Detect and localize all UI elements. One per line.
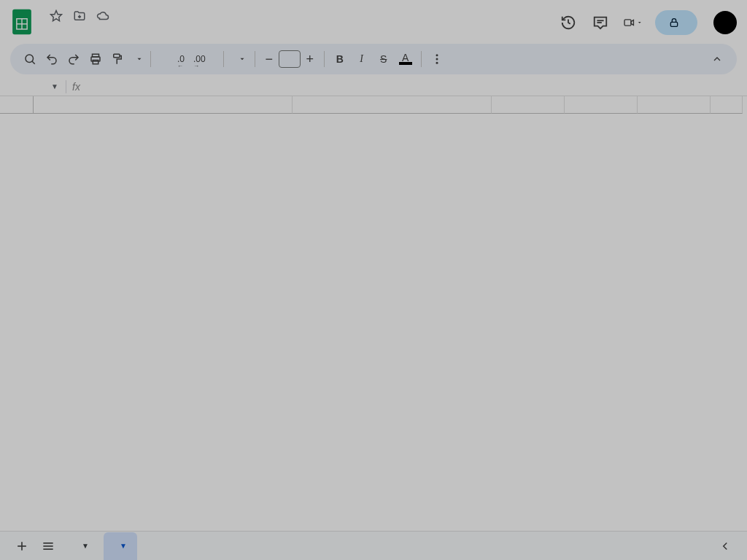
- collapse-toolbar-icon[interactable]: [706, 48, 728, 70]
- explore-button[interactable]: [712, 533, 738, 559]
- menu-file[interactable]: [41, 28, 51, 34]
- separator: [223, 51, 224, 67]
- font-size-input[interactable]: [279, 50, 301, 68]
- more-formats-button[interactable]: [210, 48, 219, 70]
- column-header[interactable]: [34, 96, 293, 114]
- font-size-decrease[interactable]: −: [260, 50, 279, 69]
- menu-format[interactable]: [99, 28, 109, 34]
- comment-icon[interactable]: [591, 13, 610, 32]
- svg-point-11: [26, 55, 34, 63]
- separator: [255, 51, 255, 67]
- svg-point-21: [436, 62, 438, 64]
- account-avatar[interactable]: [713, 11, 737, 34]
- column-header[interactable]: [293, 96, 492, 114]
- chevron-down-icon: ▼: [51, 82, 63, 90]
- select-all-corner[interactable]: [0, 96, 34, 114]
- column-header[interactable]: [711, 96, 743, 114]
- percent-button[interactable]: [164, 48, 173, 70]
- separator: [66, 80, 66, 93]
- menu-ext[interactable]: [143, 28, 153, 34]
- sheet-tab-active[interactable]: ▼: [104, 532, 137, 560]
- more-toolbar-icon[interactable]: [426, 48, 448, 70]
- menu-data[interactable]: [114, 28, 124, 34]
- name-box[interactable]: ▼: [6, 82, 63, 90]
- search-menus-icon[interactable]: [19, 48, 41, 70]
- meet-icon[interactable]: [623, 13, 642, 32]
- add-sheet-button[interactable]: [9, 533, 35, 559]
- font-size-increase[interactable]: +: [301, 50, 320, 69]
- separator: [421, 51, 422, 67]
- sheet-tab-inactive[interactable]: ▼: [66, 532, 99, 560]
- paint-format-icon[interactable]: [107, 48, 128, 70]
- decrease-decimal-button[interactable]: .0←: [173, 48, 189, 70]
- all-sheets-button[interactable]: [35, 533, 61, 559]
- toolbar: .0← .00→ − + B I S A: [10, 44, 737, 74]
- redo-icon[interactable]: [63, 48, 85, 70]
- chevron-down-icon: [239, 55, 246, 63]
- chevron-down-icon: ▼: [120, 542, 127, 550]
- svg-marker-8: [631, 20, 633, 26]
- chevron-down-icon: ▼: [82, 542, 89, 550]
- svg-marker-17: [138, 58, 142, 61]
- column-header[interactable]: [638, 96, 711, 114]
- separator: [150, 51, 151, 67]
- currency-button[interactable]: [155, 48, 164, 70]
- bold-button[interactable]: B: [329, 48, 351, 70]
- star-icon[interactable]: [48, 8, 64, 24]
- column-header[interactable]: [565, 96, 638, 114]
- svg-marker-4: [51, 11, 62, 21]
- chevron-down-icon: [136, 55, 143, 63]
- column-header[interactable]: [492, 96, 565, 114]
- font-select[interactable]: [228, 55, 250, 63]
- cloud-status-icon[interactable]: [95, 8, 111, 24]
- menu-edit[interactable]: [55, 28, 66, 34]
- lock-icon: [668, 17, 680, 28]
- history-icon[interactable]: [559, 13, 578, 32]
- svg-line-12: [32, 61, 35, 64]
- menu-bar: [41, 28, 559, 34]
- menu-tools[interactable]: [128, 28, 139, 34]
- svg-rect-7: [624, 20, 631, 26]
- strikethrough-button[interactable]: S: [373, 48, 395, 70]
- svg-rect-16: [114, 54, 120, 58]
- menu-insert[interactable]: [85, 28, 95, 34]
- move-folder-icon[interactable]: [71, 8, 88, 24]
- svg-rect-10: [670, 22, 677, 26]
- sheets-app-icon[interactable]: [7, 6, 36, 38]
- italic-button[interactable]: I: [351, 48, 373, 70]
- undo-icon[interactable]: [41, 48, 63, 70]
- print-icon[interactable]: [85, 48, 107, 70]
- spreadsheet-grid[interactable]: [0, 96, 747, 114]
- fx-icon: fx: [72, 81, 80, 93]
- svg-point-19: [436, 54, 438, 56]
- svg-marker-18: [240, 58, 244, 61]
- text-color-button[interactable]: A: [395, 48, 417, 70]
- svg-point-20: [436, 58, 438, 61]
- separator: [324, 51, 325, 67]
- menu-view[interactable]: [70, 28, 80, 34]
- svg-marker-9: [638, 22, 640, 23]
- zoom-select[interactable]: [128, 55, 146, 63]
- share-button[interactable]: [655, 10, 697, 35]
- menu-help[interactable]: [158, 28, 168, 34]
- increase-decimal-button[interactable]: .00→: [189, 48, 210, 70]
